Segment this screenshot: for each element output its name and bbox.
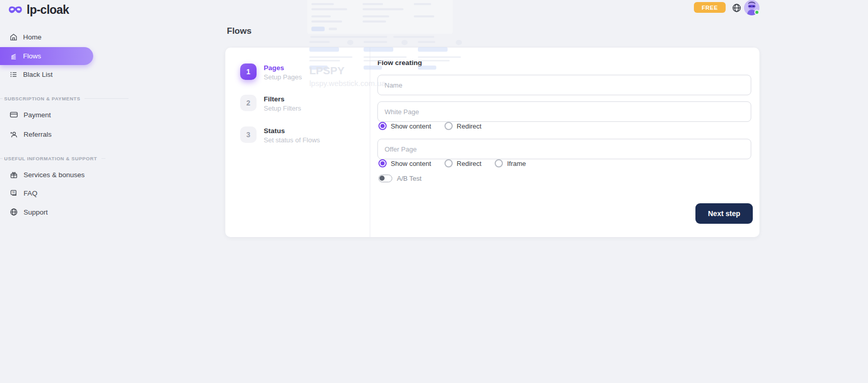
step-subtitle: Set status of Flows xyxy=(264,136,320,144)
faq-bubble-icon: ?! xyxy=(10,189,18,197)
section-label-subscription: SUBSCRIPTION & PAYMENTS xyxy=(4,96,129,101)
sidebar-item-home[interactable]: Home xyxy=(0,29,93,45)
stepper-step-status[interactable]: 3 Status Set status of Flows xyxy=(240,126,320,144)
radio-circle[interactable] xyxy=(378,122,387,130)
sidebar-item-referrals[interactable]: Referrals xyxy=(0,126,93,142)
sidebar-item-flows[interactable]: Flows xyxy=(0,47,93,65)
online-status-dot xyxy=(754,10,759,15)
offer-page-input[interactable] xyxy=(377,139,751,159)
sidebar-item-faq[interactable]: ?! FAQ xyxy=(0,185,93,201)
page-title: Flows xyxy=(227,26,251,36)
referral-user-icon xyxy=(10,131,18,138)
sidebar-item-label: Home xyxy=(23,33,41,41)
sidebar-item-black-list[interactable]: Black List xyxy=(0,67,93,82)
gift-icon xyxy=(10,171,18,179)
home-icon xyxy=(10,33,17,41)
globe-icon xyxy=(732,3,742,13)
radio-circle[interactable] xyxy=(378,159,387,167)
radio-redirect[interactable]: Redirect xyxy=(444,122,481,130)
section-label-support: USEFUL INFORMATION & SUPPORT xyxy=(4,156,105,161)
stepper-step-pages[interactable]: 1 Pages Setup Pages xyxy=(240,63,302,81)
language-globe-button[interactable] xyxy=(731,2,742,13)
ab-test-label: A/B Test xyxy=(397,175,421,182)
flows-icon xyxy=(10,52,17,60)
white-page-mode-radios: Show content Redirect xyxy=(378,122,481,130)
mask-icon xyxy=(8,5,23,15)
ab-test-toggle[interactable] xyxy=(378,175,392,182)
sidebar-item-label: Flows xyxy=(23,52,41,60)
sidebar-item-payment[interactable]: Payment xyxy=(0,107,93,122)
flow-creation-card: 1 Pages Setup Pages 2 Filters Setup Filt… xyxy=(225,48,759,237)
next-step-button[interactable]: Next step xyxy=(695,203,753,224)
radio-circle[interactable] xyxy=(495,159,503,167)
radio-iframe[interactable]: Iframe xyxy=(495,159,526,167)
ab-test-toggle-row[interactable]: A/B Test xyxy=(378,175,421,182)
radio-redirect[interactable]: Redirect xyxy=(444,159,481,167)
form-title: Flow creating xyxy=(377,59,422,67)
stepper-step-filters[interactable]: 2 Filters Setup Filters xyxy=(240,95,301,113)
support-globe-icon xyxy=(10,208,18,216)
radio-show-content[interactable]: Show content xyxy=(378,122,431,130)
step-number-badge: 2 xyxy=(240,95,257,111)
toggle-knob xyxy=(379,176,385,181)
step-title: Filters xyxy=(264,95,301,103)
ghost-panel xyxy=(307,0,453,34)
radio-circle[interactable] xyxy=(444,159,453,167)
radio-label: Redirect xyxy=(457,122,481,130)
sidebar: lp-cloak Home Flows Black List SUBSCRIPT… xyxy=(0,0,102,383)
offer-page-mode-radios: Show content Redirect Iframe xyxy=(378,159,526,167)
sidebar-item-services-bonuses[interactable]: Services & bonuses xyxy=(0,167,93,182)
radio-show-content[interactable]: Show content xyxy=(378,159,431,167)
step-title: Pages xyxy=(264,64,302,72)
radio-label: Show content xyxy=(391,160,431,167)
sidebar-item-label: Payment xyxy=(24,111,51,119)
brand-logo[interactable]: lp-cloak xyxy=(8,3,69,17)
black-list-icon xyxy=(10,71,17,78)
radio-circle[interactable] xyxy=(444,122,453,130)
brand-name: lp-cloak xyxy=(27,3,69,17)
radio-label: Show content xyxy=(391,122,431,130)
step-subtitle: Setup Filters xyxy=(264,104,301,113)
step-number-badge: 3 xyxy=(240,126,257,143)
step-title: Status xyxy=(264,127,320,135)
plan-badge[interactable]: FREE xyxy=(694,2,726,13)
radio-label: Redirect xyxy=(457,160,481,167)
sidebar-item-support[interactable]: Support xyxy=(0,204,93,220)
white-page-input[interactable] xyxy=(377,101,751,122)
step-number-badge: 1 xyxy=(240,63,257,80)
credit-card-icon xyxy=(10,111,18,118)
radio-label: Iframe xyxy=(507,160,526,167)
card-divider xyxy=(370,48,370,237)
sidebar-item-label: Referrals xyxy=(24,131,52,138)
step-subtitle: Setup Pages xyxy=(264,73,302,81)
sidebar-item-label: Support xyxy=(24,208,48,216)
svg-text:?!: ?! xyxy=(12,191,15,194)
name-input[interactable] xyxy=(377,75,751,95)
sidebar-item-label: Black List xyxy=(23,71,53,78)
sidebar-item-label: FAQ xyxy=(24,189,37,197)
sidebar-item-label: Services & bonuses xyxy=(24,171,84,179)
